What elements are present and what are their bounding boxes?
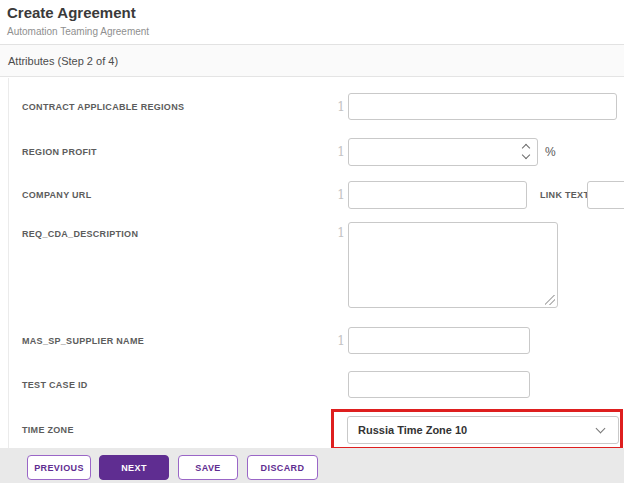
discard-button[interactable]: DISCARD: [247, 455, 318, 480]
link-text-input[interactable]: [587, 181, 624, 209]
attributes-section-header: Attributes (Step 2 of 4): [0, 45, 624, 77]
region-profit-stepper[interactable]: [520, 143, 532, 161]
company-url-input[interactable]: [348, 181, 527, 209]
link-text-label: LINK TEXT: [540, 181, 589, 209]
time-zone-label: TIME ZONE: [22, 416, 312, 444]
company-url-label: COMPANY URL: [22, 181, 312, 209]
req-cda-description-textarea[interactable]: [348, 222, 558, 308]
region-profit-label: REGION PROFIT: [22, 138, 312, 166]
create-agreement-page: Create Agreement Automation Teaming Agre…: [0, 0, 624, 488]
previous-button[interactable]: PREVIOUS: [27, 455, 91, 480]
textarea-resize-handle-icon[interactable]: [545, 295, 555, 305]
test-case-id-label: TEST CASE ID: [22, 371, 312, 398]
page-subtitle: Automation Teaming Agreement: [7, 26, 149, 37]
mas-sp-supplier-name-label: MAS_SP_SUPPLIER NAME: [22, 327, 312, 354]
chevron-down-icon: [596, 424, 606, 434]
region-profit-input[interactable]: [348, 138, 538, 166]
field-indicator-icon: 1: [335, 225, 347, 241]
page-title: Create Agreement: [7, 4, 136, 21]
field-indicator-icon: 1: [335, 93, 347, 120]
mas-sp-supplier-name-input[interactable]: [348, 327, 530, 354]
time-zone-select[interactable]: Russia Time Zone 10: [347, 416, 619, 444]
save-button[interactable]: SAVE: [178, 455, 238, 480]
field-indicator-icon: 1: [335, 327, 347, 354]
test-case-id-input[interactable]: [348, 371, 530, 398]
time-zone-selected-value: Russia Time Zone 10: [348, 424, 597, 436]
content-left-border: [8, 78, 9, 448]
contract-applicable-regions-label: CONTRACT APPLICABLE REGIONS: [22, 93, 312, 120]
field-indicator-icon: 1: [335, 138, 347, 166]
req-cda-description-label: REQ_CDA_DESCRIPTION: [22, 227, 312, 241]
section-step-title: Attributes (Step 2 of 4): [0, 55, 118, 67]
percent-suffix: %: [545, 145, 556, 159]
next-button[interactable]: NEXT: [99, 455, 169, 480]
spinner-down-icon[interactable]: [522, 151, 530, 159]
contract-applicable-regions-input[interactable]: [348, 93, 617, 120]
field-indicator-icon: 1: [335, 181, 347, 209]
